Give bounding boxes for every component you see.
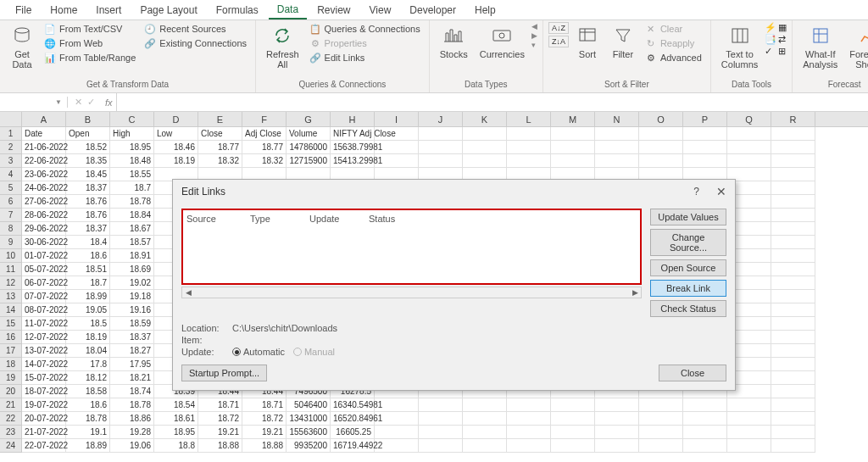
cell[interactable] <box>507 412 551 426</box>
cell[interactable]: 19.16 <box>110 303 154 317</box>
row-header[interactable]: 12 <box>0 276 22 290</box>
cell[interactable] <box>551 426 595 439</box>
queries-connections-button[interactable]: 📋Queries & Connections <box>306 22 424 36</box>
cell[interactable] <box>771 263 815 276</box>
cell[interactable] <box>551 127 595 141</box>
tab-home[interactable]: Home <box>42 2 86 19</box>
cell[interactable]: Date <box>22 127 66 141</box>
row-header[interactable]: 15 <box>0 317 22 331</box>
cell[interactable] <box>419 398 463 412</box>
cell[interactable] <box>683 439 727 453</box>
cell[interactable]: 14786000 <box>287 141 331 154</box>
cell[interactable]: 19.21 <box>242 426 287 439</box>
cell[interactable]: 29-06-2022 <box>22 222 66 236</box>
cell[interactable] <box>551 398 595 412</box>
tab-data[interactable]: Data <box>269 1 307 19</box>
row-header[interactable]: 6 <box>0 195 22 209</box>
tab-review[interactable]: Review <box>309 2 359 19</box>
cell[interactable] <box>551 439 595 453</box>
cell[interactable]: 18.77 <box>198 141 242 154</box>
cell[interactable]: 18.51 <box>66 263 110 276</box>
cell[interactable] <box>639 141 683 154</box>
sort-button[interactable]: Sort <box>570 22 604 61</box>
cell[interactable]: 17.95 <box>110 358 154 371</box>
cell[interactable] <box>771 181 815 195</box>
cell[interactable] <box>771 154 815 168</box>
cell[interactable]: 24-06-2022 <box>22 181 66 195</box>
cell[interactable]: 18.76 <box>66 195 110 209</box>
cell[interactable] <box>771 358 815 371</box>
cell[interactable]: 22-06-2022 <box>22 154 66 168</box>
column-header[interactable]: L <box>507 112 551 126</box>
row-header[interactable]: 16 <box>0 331 22 344</box>
cell[interactable]: 18.71 <box>198 398 242 412</box>
cell[interactable]: High <box>110 127 154 141</box>
cell[interactable] <box>463 141 507 154</box>
cell[interactable]: 20-07-2022 <box>22 412 66 426</box>
cell[interactable]: Low <box>154 127 198 141</box>
clear-button[interactable]: ✕Clear <box>642 22 705 36</box>
from-web-button[interactable]: 🌐From Web <box>41 36 139 50</box>
col-status[interactable]: Status <box>369 214 395 224</box>
cell[interactable] <box>639 439 683 453</box>
row-header[interactable]: 20 <box>0 385 22 398</box>
cell[interactable]: 18.76 <box>66 209 110 222</box>
chevron-down-icon[interactable]: ▼ <box>55 98 62 106</box>
column-header[interactable]: N <box>595 112 639 126</box>
scroll-right-icon[interactable]: ▶ <box>629 288 641 297</box>
cell[interactable]: 17.8 <box>66 358 110 371</box>
cell[interactable]: 18.54 <box>154 398 198 412</box>
cell[interactable] <box>551 141 595 154</box>
cell[interactable] <box>771 385 815 398</box>
cell[interactable]: 18.37 <box>110 331 154 344</box>
column-header[interactable]: M <box>551 112 595 126</box>
links-listbox[interactable]: Source Type Update Status <box>181 209 642 285</box>
cell[interactable]: 18.61 <box>154 412 198 426</box>
cell[interactable]: 18.46 <box>154 141 198 154</box>
forecast-sheet-button[interactable]: Forecast Sheet <box>844 22 868 71</box>
cell[interactable]: 13431000 <box>287 412 331 426</box>
cell[interactable] <box>771 236 815 249</box>
cell[interactable]: 19.06 <box>110 439 154 453</box>
column-header[interactable]: A <box>22 112 66 126</box>
cell[interactable]: 18.6 <box>66 249 110 263</box>
cell[interactable]: 18.58 <box>66 385 110 398</box>
cell[interactable]: 19.21 <box>198 426 242 439</box>
cell[interactable] <box>683 412 727 426</box>
column-header[interactable]: E <box>198 112 242 126</box>
cell[interactable]: 18.55 <box>110 168 154 181</box>
row-header[interactable]: 24 <box>0 439 22 453</box>
cell[interactable]: 15413.29981 <box>331 154 375 168</box>
cell[interactable] <box>595 398 639 412</box>
row-header[interactable]: 17 <box>0 344 22 358</box>
cell[interactable] <box>771 222 815 236</box>
advanced-button[interactable]: ⚙Advanced <box>642 51 705 64</box>
dialog-titlebar[interactable]: Edit Links ? ✕ <box>173 180 735 203</box>
column-header[interactable]: B <box>66 112 110 126</box>
cell[interactable]: 18.91 <box>110 249 154 263</box>
cell[interactable] <box>727 398 771 412</box>
reapply-button[interactable]: ↻Reapply <box>642 36 705 50</box>
row-header[interactable]: 2 <box>0 141 22 154</box>
expand-icon[interactable]: ▾ <box>531 41 537 49</box>
row-header[interactable]: 18 <box>0 358 22 371</box>
whatif-button[interactable]: What-If Analysis <box>798 22 843 71</box>
column-header[interactable]: H <box>331 112 375 126</box>
cell[interactable]: 01-07-2022 <box>22 249 66 263</box>
cell[interactable]: 14-07-2022 <box>22 358 66 371</box>
cell[interactable]: 06-07-2022 <box>22 276 66 290</box>
cell[interactable] <box>507 127 551 141</box>
tab-developer[interactable]: Developer <box>401 2 465 19</box>
cell[interactable] <box>595 439 639 453</box>
cell[interactable]: 18.89 <box>66 439 110 453</box>
cell[interactable]: 18.19 <box>66 331 110 344</box>
fx-label[interactable]: fx <box>102 97 116 108</box>
column-header[interactable]: C <box>110 112 154 126</box>
update-values-button[interactable]: Update Values <box>650 209 726 225</box>
cell[interactable]: 16719.44922 <box>331 439 375 453</box>
cell[interactable]: 18.6 <box>66 398 110 412</box>
cell[interactable]: 5046400 <box>287 398 331 412</box>
cell[interactable]: 18.48 <box>110 154 154 168</box>
cell[interactable]: 27-06-2022 <box>22 195 66 209</box>
automatic-radio[interactable]: Automatic <box>232 347 285 357</box>
